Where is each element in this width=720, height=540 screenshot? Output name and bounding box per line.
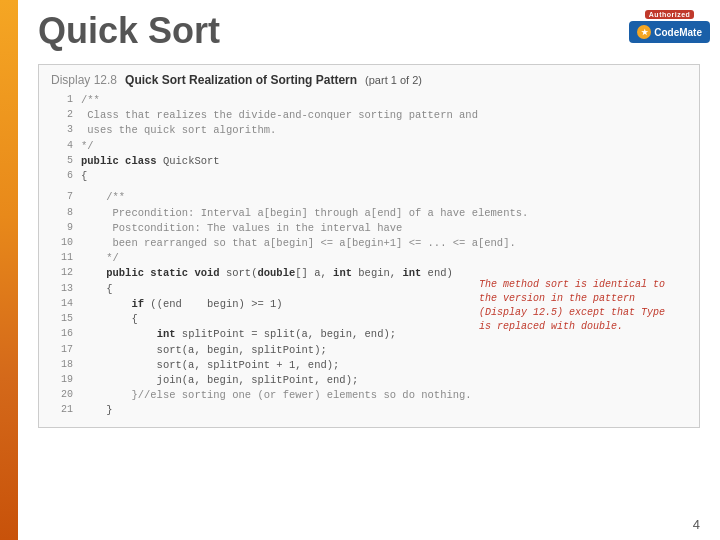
code-line: 4 */ xyxy=(51,139,687,154)
code-line: 18 sort(a, splitPoint + 1, end); xyxy=(51,358,687,373)
code-line: 1 /** xyxy=(51,93,687,108)
code-line: 19 join(a, begin, splitPoint, end); xyxy=(51,373,687,388)
logo-area: Authorized ★ CodeMate xyxy=(629,10,710,43)
code-line: 21 } xyxy=(51,403,687,418)
authorized-badge: Authorized xyxy=(645,10,695,19)
code-line: 20 }//else sorting one (or fewer) elemen… xyxy=(51,388,687,403)
code-line: 6 { xyxy=(51,169,687,184)
annotation-text: The method sort is identical to the vers… xyxy=(479,278,679,334)
display-subtitle: (part 1 of 2) xyxy=(365,74,422,86)
left-decorative-strip xyxy=(0,0,18,540)
page-title: Quick Sort xyxy=(38,10,700,52)
code-line: 10 been rearranged so that a[begin] <= a… xyxy=(51,236,687,251)
code-line: 11 */ xyxy=(51,251,687,266)
display-header: Display 12.8 Quick Sort Realization of S… xyxy=(51,73,687,87)
codemate-logo: ★ CodeMate xyxy=(629,21,710,43)
code-line: 17 sort(a, begin, splitPoint); xyxy=(51,343,687,358)
display-label: Display 12.8 xyxy=(51,73,117,87)
code-line: 9 Postcondition: The values in the inter… xyxy=(51,221,687,236)
display-title: Quick Sort Realization of Sorting Patter… xyxy=(125,73,357,87)
code-line: 8 Precondition: Interval a[begin] throug… xyxy=(51,206,687,221)
code-line: 3 uses the quick sort algorithm. xyxy=(51,123,687,138)
code-area: 1 /** 2 Class that realizes the divide-a… xyxy=(51,93,687,419)
code-line: 7 /** xyxy=(51,190,687,205)
code-line: 2 Class that realizes the divide-and-con… xyxy=(51,108,687,123)
display-box: Display 12.8 Quick Sort Realization of S… xyxy=(38,64,700,428)
logo-icon: ★ xyxy=(637,25,651,39)
page-number: 4 xyxy=(693,517,700,532)
code-line: 5 public class QuickSort xyxy=(51,154,687,169)
